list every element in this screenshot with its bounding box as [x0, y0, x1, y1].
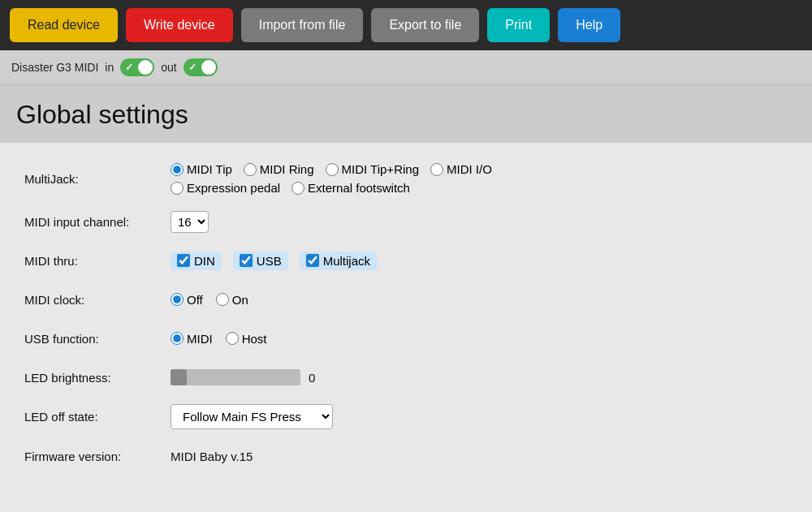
led-off-state-label: LED off state: — [24, 410, 171, 424]
midi-thru-multijack[interactable]: Multijack — [300, 252, 377, 270]
usb-function-row: USB function: MIDI Host — [24, 326, 788, 351]
midi-clock-on[interactable]: On — [216, 293, 248, 307]
midi-input-channel-control: 1234 5678 9101112 13141516 — [171, 211, 209, 233]
read-device-button[interactable]: Read device — [10, 8, 118, 42]
device-bar: Disaster G3 MIDI in ✓ out ✓ — [0, 50, 812, 85]
usb-function-midi-label: MIDI — [187, 332, 213, 346]
midi-input-channel-label: MIDI input channel: — [24, 215, 171, 229]
led-brightness-value: 0 — [309, 371, 325, 385]
led-off-state-row: LED off state: Follow Main FS Press Alwa… — [24, 404, 788, 429]
usb-function-label: USB function: — [24, 332, 171, 346]
device-name: Disaster G3 MIDI — [11, 61, 98, 74]
export-to-file-button[interactable]: Export to file — [371, 8, 479, 42]
settings-header: Global settings — [0, 85, 812, 143]
multijack-control: MIDI Tip MIDI Ring MIDI Tip+Ring MIDI I/… — [171, 162, 492, 195]
settings-body: MultiJack: MIDI Tip MIDI Ring MIDI Tip+R… — [0, 143, 812, 502]
midi-clock-off[interactable]: Off — [171, 293, 203, 307]
usb-function-host-label: Host — [242, 332, 267, 346]
midi-clock-on-label: On — [232, 293, 248, 307]
firmware-version-value: MIDI Baby v.15 — [171, 450, 253, 463]
multijack-midi-io[interactable]: MIDI I/O — [430, 162, 492, 176]
usb-function-control: MIDI Host — [171, 332, 267, 346]
led-off-state-select[interactable]: Follow Main FS Press Always Off Always O… — [171, 404, 333, 429]
midi-thru-label: MIDI thru: — [24, 254, 171, 268]
midi-thru-din-label: DIN — [194, 254, 215, 268]
firmware-version-row: Firmware version: MIDI Baby v.15 — [24, 444, 788, 468]
out-label: out — [161, 61, 176, 74]
multijack-row-1: MIDI Tip MIDI Ring MIDI Tip+Ring MIDI I/… — [171, 162, 492, 176]
midi-thru-multijack-label: Multijack — [323, 254, 370, 268]
midi-clock-row: MIDI clock: Off On — [24, 287, 788, 312]
usb-function-host[interactable]: Host — [226, 332, 267, 346]
multijack-midi-tip-ring[interactable]: MIDI Tip+Ring — [326, 162, 419, 176]
multijack-footswitch-label: External footswitch — [308, 181, 410, 195]
multijack-midi-ring[interactable]: MIDI Ring — [244, 162, 314, 176]
help-button[interactable]: Help — [558, 8, 620, 42]
multijack-row-2: Expression pedal External footswitch — [171, 181, 492, 195]
led-brightness-slider-container: 0 — [171, 369, 325, 385]
midi-thru-usb[interactable]: USB — [233, 252, 288, 270]
midi-clock-off-label: Off — [187, 293, 203, 307]
multijack-label: MultiJack: — [24, 172, 171, 186]
led-brightness-label: LED brightness: — [24, 371, 171, 385]
led-brightness-control: 0 — [171, 369, 325, 385]
multijack-midi-tip-ring-label: MIDI Tip+Ring — [342, 162, 419, 176]
multijack-midi-io-label: MIDI I/O — [447, 162, 492, 176]
midi-clock-label: MIDI clock: — [24, 293, 171, 307]
led-brightness-row: LED brightness: 0 — [24, 365, 788, 389]
midi-out-toggle[interactable]: ✓ — [184, 58, 218, 76]
write-device-button[interactable]: Write device — [126, 8, 233, 42]
page-title: Global settings — [16, 100, 796, 130]
multijack-midi-tip-label: MIDI Tip — [187, 162, 232, 176]
midi-input-channel-row: MIDI input channel: 1234 5678 9101112 13… — [24, 209, 788, 234]
midi-clock-control: Off On — [171, 293, 248, 307]
multijack-options: MIDI Tip MIDI Ring MIDI Tip+Ring MIDI I/… — [171, 162, 492, 195]
multijack-expression-label: Expression pedal — [187, 181, 280, 195]
midi-thru-control: DIN USB Multijack — [171, 252, 377, 270]
multijack-expression-pedal[interactable]: Expression pedal — [171, 181, 280, 195]
led-off-state-control: Follow Main FS Press Always Off Always O… — [171, 404, 333, 429]
usb-function-midi[interactable]: MIDI — [171, 332, 213, 346]
multijack-midi-ring-label: MIDI Ring — [260, 162, 314, 176]
multijack-midi-tip[interactable]: MIDI Tip — [171, 162, 232, 176]
midi-thru-row: MIDI thru: DIN USB Multijack — [24, 248, 788, 273]
midi-in-toggle[interactable]: ✓ — [120, 58, 154, 76]
midi-thru-usb-label: USB — [257, 254, 282, 268]
in-label: in — [105, 61, 114, 74]
multijack-external-footswitch[interactable]: External footswitch — [292, 181, 410, 195]
toolbar: Read device Write device Import from fil… — [0, 0, 812, 50]
multijack-row: MultiJack: MIDI Tip MIDI Ring MIDI Tip+R… — [24, 162, 788, 195]
print-button[interactable]: Print — [487, 8, 550, 42]
content-area: Global settings MultiJack: MIDI Tip MIDI… — [0, 85, 812, 502]
midi-thru-din[interactable]: DIN — [171, 252, 222, 270]
firmware-version-control: MIDI Baby v.15 — [171, 450, 253, 463]
midi-input-channel-select[interactable]: 1234 5678 9101112 13141516 — [171, 211, 209, 233]
firmware-version-label: Firmware version: — [24, 450, 171, 463]
led-brightness-slider[interactable] — [171, 369, 300, 385]
import-from-file-button[interactable]: Import from file — [241, 8, 364, 42]
